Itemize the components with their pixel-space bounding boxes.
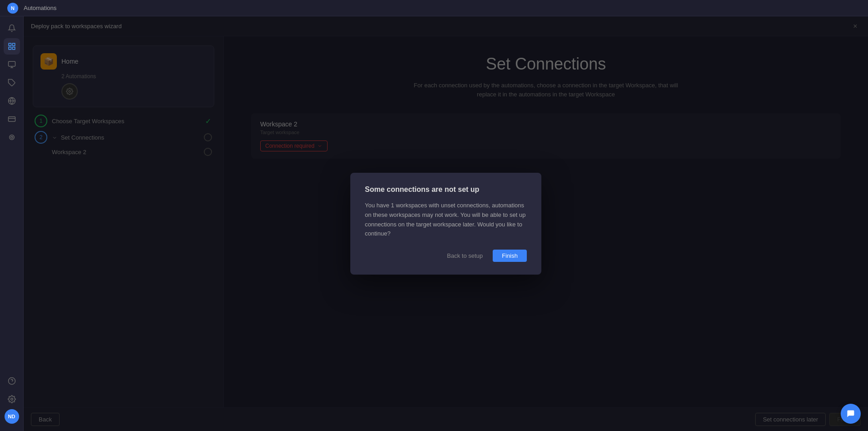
wizard-container: Deploy pack to workspaces wizard × 📦 Hom… (24, 16, 868, 431)
app-logo: N (7, 3, 18, 14)
svg-rect-0 (9, 43, 11, 45)
svg-point-16 (10, 398, 13, 401)
svg-rect-4 (8, 61, 15, 66)
sidebar-bottom: ND (4, 373, 20, 431)
svg-point-12 (9, 135, 14, 140)
svg-rect-2 (9, 47, 11, 50)
svg-rect-10 (8, 117, 15, 122)
sidebar-item-settings[interactable] (4, 391, 20, 407)
modal-dialog: Some connections are not set up You have… (350, 173, 541, 275)
top-bar: N Automations (0, 0, 868, 16)
sidebar-item-card[interactable] (4, 111, 20, 127)
modal-overlay: Some connections are not set up You have… (24, 16, 868, 431)
app-title: Automations (24, 5, 56, 11)
chat-bubble-button[interactable] (841, 404, 861, 424)
chat-icon (846, 409, 855, 418)
user-avatar[interactable]: ND (5, 409, 19, 424)
sidebar-item-monitor[interactable] (4, 56, 20, 73)
sidebar-item-grid[interactable] (4, 38, 20, 55)
svg-rect-3 (12, 47, 15, 50)
sidebar-item-notifications[interactable] (4, 20, 20, 36)
modal-footer: Back to setup Finish (365, 250, 527, 262)
sidebar-item-globe[interactable] (4, 93, 20, 109)
modal-body: You have 1 workspaces with unset connect… (365, 201, 527, 239)
sidebar: ND (0, 16, 24, 431)
sidebar-item-help[interactable] (4, 373, 20, 389)
sidebar-item-puzzle[interactable] (4, 75, 20, 91)
sidebar-item-layers[interactable] (4, 129, 20, 145)
modal-back-to-setup-button[interactable]: Back to setup (442, 250, 489, 262)
svg-rect-1 (12, 43, 15, 45)
modal-title: Some connections are not set up (365, 185, 527, 194)
svg-point-13 (10, 136, 13, 139)
modal-finish-button[interactable]: Finish (493, 250, 527, 262)
